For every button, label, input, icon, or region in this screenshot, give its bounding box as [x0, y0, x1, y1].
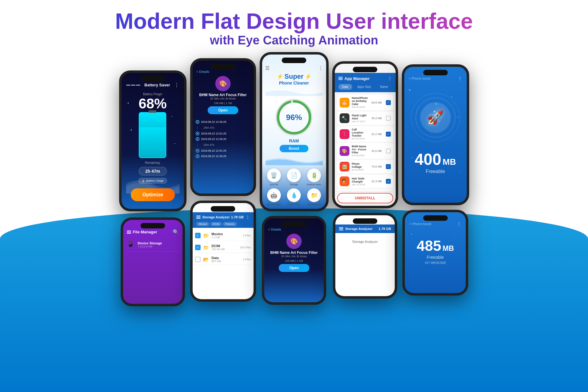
am-check-5[interactable]: ✓: [386, 179, 391, 184]
am-check-4[interactable]: ✓: [386, 164, 391, 169]
sa-count-dcim: 254 Files: [240, 246, 251, 249]
pb-bot-back[interactable]: < Phone boost: [409, 222, 431, 226]
sa-tab-pictures[interactable]: Pictures: [223, 222, 237, 226]
am-appinfo-2: Call Location Tracker feb 16,2014: [352, 128, 369, 140]
sa-item-movies[interactable]: ✓ 📁 Movies 1.3 GB 3 Files: [195, 230, 251, 241]
sa-menu-icon[interactable]: [196, 216, 201, 219]
app-manager-phone: App Manager ⋮ Date Apps Size Name 🎂 Name…: [332, 61, 398, 208]
det-open-btn[interactable]: Open: [208, 106, 238, 114]
am-appname-1: Flash Light Alert: [352, 114, 369, 120]
det-date-5: 2019.08.22 12:26:25: [201, 155, 227, 158]
fm-screen: File Manager 🔍 📱 Device Storage 7.1/13.4…: [123, 220, 183, 304]
sa-check-dcim[interactable]: ✓: [195, 245, 201, 250]
am-more-icon[interactable]: ⋮: [388, 76, 392, 81]
details-bot-phone: < Details 🎨 BHM Name Art Focus Filter 2h…: [262, 216, 326, 305]
sa-header: Storage Analyzer 1.79 GB ⋮: [193, 212, 254, 222]
lightning-left: ⚡: [277, 73, 283, 80]
fm-device-storage[interactable]: 📱 Device Storage 7.1/13.4 GB: [127, 238, 179, 252]
pb-more-icon[interactable]: ⋮: [458, 76, 462, 81]
sa-check-data[interactable]: [195, 257, 201, 262]
fm-device-icon: 📱: [127, 240, 135, 249]
storage-bot-phone: Storage Analyzer 1.79 GB Storage Analyze…: [333, 213, 397, 299]
sa-check-movies[interactable]: ✓: [195, 233, 201, 238]
sa-more-icon[interactable]: ⋮: [246, 215, 250, 220]
spc-icon-fileexplorer[interactable]: 📁 File Explorer: [305, 188, 323, 206]
am-check-2[interactable]: ✓: [386, 132, 391, 137]
spc-fileexplorer-label: File Explorer: [307, 203, 321, 206]
am-item-5[interactable]: 💇 Hair Style Changer sep 16,2016 42.3 MB…: [337, 175, 393, 188]
spc-boost-btn[interactable]: Boost: [280, 145, 308, 152]
fm-header: File Manager 🔍: [127, 229, 179, 235]
spc-more-icon[interactable]: ⋮: [318, 65, 323, 71]
spc-icon-junk[interactable]: 🗑️ Junk file: [265, 168, 283, 186]
pb-rocket-icon: 🚀: [427, 110, 444, 126]
am-item-0[interactable]: 🎂 Name/Photo on birthday Cake sep 09,201…: [337, 95, 393, 110]
sa-item-data[interactable]: 📂 Data 687 MB 3 Files: [195, 254, 251, 265]
det-dur2: 25m 47s: [204, 143, 214, 146]
det-bot-back[interactable]: < Details: [268, 228, 320, 231]
sa-tab-dcim[interactable]: DCIM: [210, 222, 221, 226]
sa-folder-dcim: 📁: [203, 244, 209, 251]
sa-header-right: 1.79 GB ⋮: [231, 215, 250, 220]
det-item-dur2: 25m 47s: [196, 143, 250, 147]
sa-bot-content: Storage Analyzer: [335, 236, 395, 247]
am-item-6[interactable]: 💬 Fancy Text For Chat jan 12,2017 28.6 M…: [337, 189, 393, 190]
am-menu-icon[interactable]: [338, 77, 343, 80]
pb-bot-screen: < Phone boost ⋮ 485 MB Freeable 497 MB/9…: [405, 212, 466, 293]
am-tab-name[interactable]: Name: [376, 84, 392, 90]
am-list: 🎂 Name/Photo on birthday Cake sep 09,201…: [335, 92, 396, 190]
pb-bot-more[interactable]: ⋮: [457, 221, 461, 226]
am-check-0[interactable]: ✓: [386, 100, 391, 105]
fm-menu-icon[interactable]: [127, 231, 131, 234]
pb-bot-mb-display: 485 MB: [417, 239, 454, 253]
det-bot-open-btn[interactable]: Open: [279, 264, 309, 272]
am-tab-appssize[interactable]: Apps Size: [354, 84, 375, 90]
sa-bot-header-left: Storage Analyzer: [339, 227, 372, 231]
am-check-1[interactable]: [386, 116, 391, 121]
spc-super-text: Super: [285, 73, 303, 81]
spc-circle: 96%: [276, 99, 312, 135]
sa-info-movies: Movies 1.3 GB: [212, 232, 240, 239]
boost-bot-phone: < Phone boost ⋮ 485 MB Freeable 497 MB/9…: [402, 210, 468, 296]
am-tab-date[interactable]: Date: [338, 84, 352, 90]
bs-menu[interactable]: [126, 85, 140, 85]
spc-icon-storage[interactable]: 📄 Storage: [285, 168, 303, 186]
sa-bot-title: Storage Analyzer: [345, 227, 372, 231]
am-icon-2: 📍: [340, 129, 349, 139]
spc-appmanager-label: App manager: [266, 203, 281, 206]
det-item-dur1: 25m 47s: [196, 126, 250, 130]
det-bot-stats2: 238 MB | 1 GB: [285, 259, 303, 262]
am-check-3[interactable]: [386, 149, 391, 153]
bs-battery-container: Battery Power 68%: [138, 92, 167, 160]
am-item-4[interactable]: 🖼️ Photo Collage jul 03,2015 75.6 MB ✓: [337, 160, 393, 173]
pb-header: < Phone boost ⋮: [409, 76, 462, 81]
spc-screen: ☰ ⋮ ⚡ Super ⚡ Phone Cleaner: [262, 55, 326, 209]
boost-top-phone: < Phone boost ⋮ 🚀 400 MB Freeable: [402, 64, 469, 205]
spc-icon-deepclean[interactable]: 💧 Deep Clean: [285, 188, 303, 206]
bs-optimize-btn[interactable]: Optimize: [131, 188, 175, 201]
sa-item-dcim[interactable]: ✓ 📁 DCIM 762.55 MB 254 Files: [195, 242, 251, 253]
spc-deepclean-label: Deep Clean: [288, 203, 300, 206]
spc-ram-percent: 96%: [286, 112, 302, 122]
det-bot-stat1: 2h 38m 24s 30 times: [281, 255, 307, 258]
spc-super: ⚡ Super ⚡: [277, 73, 311, 81]
det-timeline: 2019.08.22 12:26:25 25m 47s 2019.08.22 1…: [196, 120, 250, 158]
am-item-3[interactable]: 🎨 BHM Name Art - Focus Filter oct 09,201…: [337, 143, 393, 159]
am-appdate-3: oct 09,2016: [352, 154, 369, 157]
pb-mb-number: 400: [415, 150, 441, 168]
det-item-4: 2019.08.22 12:51:25: [196, 149, 250, 152]
spc-ram-label: RAM: [289, 138, 299, 143]
am-item-2[interactable]: 📍 Call Location Tracker feb 16,2014 22.2…: [337, 126, 393, 142]
spc-menu-icon[interactable]: ☰: [265, 65, 270, 71]
spc-icon-appmanager[interactable]: 🤖 App manager: [265, 188, 283, 206]
sa-tab-sdcard[interactable]: SDcard: [196, 222, 209, 226]
pb-back[interactable]: < Phone boost: [409, 77, 431, 80]
am-uninstall-btn[interactable]: UNINSTALL: [337, 193, 393, 203]
fm-search-icon[interactable]: 🔍: [173, 229, 179, 235]
det-back[interactable]: < Details: [196, 70, 250, 74]
am-item-1[interactable]: 🔦 Flash Light Alert mar 17,2017 35.4 MB: [337, 111, 393, 125]
spc-icon-battery[interactable]: 🔋 Battery saver: [305, 168, 323, 186]
sa-bot-menu[interactable]: [339, 227, 343, 230]
bs-more[interactable]: ⋮: [174, 82, 179, 88]
det-bot-name: BHM Name Art Focus Filter: [270, 251, 318, 255]
